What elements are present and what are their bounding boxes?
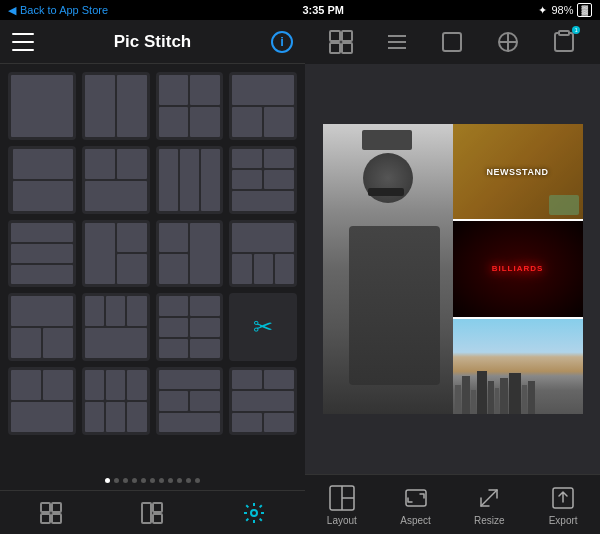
svg-rect-1 [52,503,61,512]
dot-4[interactable] [132,478,137,483]
layout-item[interactable] [156,72,224,140]
layout-item[interactable] [156,220,224,288]
main-container: Pic Stitch i [0,20,600,534]
layout-item[interactable] [229,72,297,140]
settings-button[interactable] [236,495,272,531]
layout-item[interactable] [82,367,150,435]
bluetooth-icon: ✦ [538,4,547,17]
status-right: ✦ 98% ▓ [538,3,592,17]
layout-item[interactable] [229,220,297,288]
layout-item[interactable] [8,72,76,140]
newsstand-photo[interactable]: NEWSSTAND [453,124,583,219]
grid-layout-icon[interactable] [323,24,359,60]
nav-bar: Pic Stitch i [0,20,305,64]
svg-rect-6 [153,514,162,523]
aspect-tool-label: Aspect [400,515,431,526]
app-title: Pic Stitch [114,32,191,52]
back-link[interactable]: Back to App Store [20,4,108,16]
left-bottom-toolbar [0,490,305,534]
circle-icon[interactable] [490,24,526,60]
dot-3[interactable] [123,478,128,483]
layout-item[interactable] [156,293,224,361]
canvas-area[interactable]: NEWSSTAND BILLIARDS [305,64,600,474]
layout-item[interactable] [8,146,76,214]
status-bar: ◀ Back to App Store 3:35 PM ✦ 98% ▓ [0,0,600,20]
export-tool-label: Export [549,515,578,526]
resize-tool-icon [475,484,503,512]
info-button[interactable]: i [271,31,293,53]
layout-item[interactable] [8,293,76,361]
pagination-dots [0,470,305,490]
collage-left-photo[interactable] [323,124,453,414]
export-tool-button[interactable]: Export [533,484,593,526]
layout-item[interactable] [8,367,76,435]
svg-rect-24 [406,490,426,506]
resize-tool-label: Resize [474,515,505,526]
layout-grid: ✂ [8,72,297,435]
battery-text: 98% [551,4,573,16]
svg-rect-8 [330,31,340,41]
dot-2[interactable] [114,478,119,483]
menu-button[interactable] [12,33,34,51]
stack-icon[interactable]: 1 [546,24,582,60]
layout-tool-label: Layout [327,515,357,526]
aspect-tool-icon [402,484,430,512]
collage-right-photos: NEWSSTAND BILLIARDS [453,124,583,414]
left-panel: Pic Stitch i [0,20,305,534]
right-top-bar: 1 [305,20,600,64]
layout-item[interactable] [82,293,150,361]
status-left: ◀ Back to App Store [8,4,108,17]
city-skyline-photo[interactable] [453,317,583,414]
layout-item[interactable] [229,367,297,435]
grid-view-button[interactable] [33,495,69,531]
svg-rect-10 [330,43,340,53]
layout-tool-button[interactable]: Layout [312,484,372,526]
info-icon: i [280,34,284,49]
dot-1[interactable] [105,478,110,483]
layout-tool-icon [328,484,356,512]
scissors-icon: ✂ [253,313,273,341]
svg-rect-9 [342,31,352,41]
svg-rect-20 [559,31,569,35]
layout-item[interactable] [229,146,297,214]
layout-view-button[interactable] [134,495,170,531]
back-arrow: ◀ [8,4,16,17]
svg-point-7 [251,510,257,516]
square-border-icon[interactable] [434,24,470,60]
svg-rect-3 [52,514,61,523]
lines-layout-icon[interactable] [379,24,415,60]
layout-item[interactable] [8,220,76,288]
dot-11[interactable] [195,478,200,483]
layout-item[interactable] [156,146,224,214]
layout-item[interactable] [82,72,150,140]
layout-item[interactable] [82,220,150,288]
billiards-photo[interactable]: BILLIARDS [453,219,583,316]
dot-5[interactable] [141,478,146,483]
svg-rect-4 [142,503,151,523]
right-panel: 1 [305,20,600,534]
export-tool-icon [549,484,577,512]
layout-item[interactable] [82,146,150,214]
battery-icon: ▓ [577,3,592,17]
dot-7[interactable] [159,478,164,483]
dot-8[interactable] [168,478,173,483]
svg-rect-15 [443,33,461,51]
layout-item[interactable] [156,367,224,435]
scissors-layout-item[interactable]: ✂ [229,293,297,361]
svg-rect-2 [41,514,50,523]
collage-canvas: NEWSSTAND BILLIARDS [323,124,583,414]
dot-6[interactable] [150,478,155,483]
svg-rect-0 [41,503,50,512]
svg-rect-11 [342,43,352,53]
dot-10[interactable] [186,478,191,483]
aspect-tool-button[interactable]: Aspect [386,484,446,526]
svg-rect-5 [153,503,162,512]
status-time: 3:35 PM [302,4,344,16]
layout-grid-area: ✂ [0,64,305,470]
dot-9[interactable] [177,478,182,483]
resize-tool-button[interactable]: Resize [459,484,519,526]
right-bottom-toolbar: Layout Aspect [305,474,600,534]
